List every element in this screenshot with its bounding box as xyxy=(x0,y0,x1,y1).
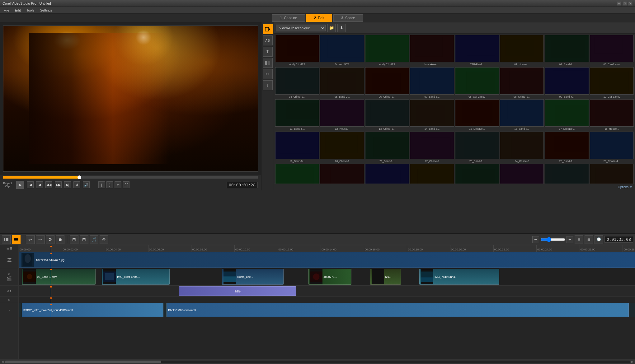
library-thumb-29[interactable]: 24_Chase-3 xyxy=(500,132,544,163)
lib-folder-btn[interactable]: 📁 xyxy=(327,24,336,32)
clip-video-4[interactable]: 4888771... xyxy=(308,269,352,285)
tl-fit-btn[interactable]: ⊟ xyxy=(575,235,583,244)
rewind-btn[interactable]: ◀◀ xyxy=(45,181,52,188)
library-thumb-5[interactable]: 01_House-... xyxy=(500,35,544,66)
library-thumb-19[interactable]: 14_Band-5... xyxy=(410,99,454,131)
library-thumb-8[interactable]: 04_Crime_s... xyxy=(275,67,319,99)
maximize-btn[interactable]: □ xyxy=(623,1,627,6)
sidebar-transition-icon[interactable] xyxy=(263,58,273,68)
library-thumb-36[interactable]: 31_Band-1... xyxy=(455,164,499,184)
library-thumb-7[interactable]: 03_Car-1.mov xyxy=(590,35,634,66)
library-thumb-1[interactable]: Screen.MTS xyxy=(320,35,364,66)
tl-storyboard-btn[interactable] xyxy=(2,235,11,244)
library-thumb-33[interactable]: 28_Chase-5 xyxy=(320,164,364,184)
library-thumb-6[interactable]: 02_Band-1... xyxy=(545,35,589,66)
library-thumb-22[interactable]: 17_DrugDe... xyxy=(545,99,589,131)
tl-zoom-out-btn[interactable]: − xyxy=(532,236,539,243)
overlay-track-mix-btn[interactable]: ⊕T xyxy=(7,290,12,293)
track-label-photo[interactable]: 🖼 xyxy=(0,252,18,268)
track-select-icon[interactable]: ⊞ xyxy=(7,247,9,250)
scroll-thumb[interactable] xyxy=(5,361,161,363)
tl-settings-btn[interactable]: ⚙ xyxy=(46,235,54,244)
tl-clock-btn[interactable]: 🕐 xyxy=(595,235,603,244)
library-thumb-26[interactable]: 21_Band-9... xyxy=(365,132,409,163)
video-track-mix-btn[interactable]: ⊕ xyxy=(8,273,11,276)
options-label[interactable]: Options ▼ xyxy=(618,185,633,189)
clip-video-3[interactable]: Boats_afte... xyxy=(222,269,284,285)
library-thumb-21[interactable]: 16_Band-7... xyxy=(500,99,544,131)
forward-btn[interactable]: ▶▶ xyxy=(55,181,62,188)
clip-photo[interactable]: 13722754-516x677.jpg xyxy=(19,252,635,268)
tl-ripple-btn[interactable]: ⊟ xyxy=(80,235,88,244)
menu-edit[interactable]: Edit xyxy=(12,8,23,13)
scroll-right-btn[interactable]: ▶ xyxy=(631,360,634,363)
sidebar-text-icon[interactable]: AB xyxy=(263,35,273,45)
tl-undo-btn[interactable]: ↩ xyxy=(26,235,35,244)
tl-record-btn[interactable]: ⏺ xyxy=(56,235,64,244)
timeline-ruler[interactable]: 00:00:00 00:00:02:00 00:00:04:00 00:00:0… xyxy=(19,245,635,252)
library-thumb-12[interactable]: 08_Car-2.mov xyxy=(455,67,499,99)
library-thumb-17[interactable]: 12_House... xyxy=(320,99,364,131)
tab-capture[interactable]: 1 Capture xyxy=(272,14,305,22)
library-thumb-31[interactable]: 26_Chase-4... xyxy=(590,132,634,163)
scroll-left-btn[interactable]: ◀ xyxy=(1,360,4,363)
playhead[interactable] xyxy=(51,245,51,252)
tl-audio-btn[interactable]: 🎵 xyxy=(90,235,98,244)
tab-edit[interactable]: 2 Edit xyxy=(306,14,332,22)
library-thumb-9[interactable]: 05_Band-2... xyxy=(320,67,364,99)
library-thumb-15[interactable]: 10_Car-3.mov xyxy=(590,67,634,99)
library-thumb-35[interactable]: 30_CopInB... xyxy=(410,164,454,184)
clip-audio-2[interactable]: PhotoRsRaVideo.mp3 xyxy=(167,303,629,317)
library-thumb-39[interactable]: 34_Cop_Gu... xyxy=(590,164,634,184)
play-button[interactable]: ▶ xyxy=(16,181,24,189)
track-label-overlay[interactable]: ⊕T xyxy=(0,286,18,297)
library-thumb-16[interactable]: 11_Band-5... xyxy=(275,99,319,131)
library-thumb-28[interactable]: 23_Band-1... xyxy=(455,132,499,163)
track-label-audio1[interactable]: ⊕ xyxy=(0,297,18,303)
menu-tools[interactable]: Tools xyxy=(24,8,37,13)
tl-zoom-slider[interactable] xyxy=(540,237,565,242)
tl-snap-btn[interactable]: ⊞ xyxy=(70,235,78,244)
volume-btn[interactable]: 🔊 xyxy=(83,181,90,188)
clip-video-2[interactable]: IMG_8394 Enha... xyxy=(102,269,170,285)
fullscreen-btn[interactable]: ⛶ xyxy=(123,181,129,188)
split-btn[interactable]: ✂ xyxy=(115,181,121,188)
prev-frame-btn[interactable]: ◀ xyxy=(36,181,43,188)
library-thumb-24[interactable]: 19_Band-8... xyxy=(275,132,319,163)
tab-share[interactable]: 3 Share xyxy=(333,14,363,22)
tl-redo-btn[interactable]: ↪ xyxy=(36,235,45,244)
menu-file[interactable]: File xyxy=(1,8,12,13)
library-thumb-14[interactable]: 09_Band-4... xyxy=(545,67,589,99)
lib-import-btn[interactable]: ⬇ xyxy=(337,24,346,32)
library-thumb-25[interactable]: 20_Chase-1 xyxy=(320,132,364,163)
library-thumb-30[interactable]: 25_Band-1... xyxy=(545,132,589,163)
library-thumb-0[interactable]: Andy 01.MTS xyxy=(275,35,319,66)
seekbar[interactable] xyxy=(3,176,258,179)
mark-in-btn[interactable]: [ xyxy=(98,181,105,188)
track-label-video[interactable]: ⊕ 🎬 xyxy=(0,268,18,286)
sidebar-fx-icon[interactable]: FX xyxy=(263,69,273,79)
seekbar-thumb[interactable] xyxy=(78,175,81,179)
tl-zoom-in-btn[interactable]: + xyxy=(567,236,573,243)
tl-adjust-btn[interactable]: ⊕ xyxy=(100,235,108,244)
library-thumb-18[interactable]: 13_Crime_s... xyxy=(365,99,409,131)
audio1-mute-btn[interactable]: ⊕ xyxy=(8,298,11,301)
library-thumb-13[interactable]: 08_Crime_s... xyxy=(500,67,544,99)
library-dropdown[interactable]: Video-ProTechnique xyxy=(276,25,326,31)
mark-out-btn[interactable]: ] xyxy=(106,181,113,188)
library-thumb-27[interactable]: 22_Chase-2 xyxy=(410,132,454,163)
clip-audio-1[interactable]: PSPX3_intro_lower3rd_soundMP3.mp3 xyxy=(22,303,163,317)
library-thumb-20[interactable]: 15_DrugDe... xyxy=(455,99,499,131)
library-thumb-10[interactable]: 06_Crime_s... xyxy=(365,67,409,99)
library-thumb-37[interactable]: 32_CopInB... xyxy=(500,164,544,184)
library-thumb-23[interactable]: 18_House... xyxy=(590,99,634,131)
track-label-audio2[interactable]: ♪ xyxy=(0,303,18,317)
clip-video-5[interactable]: I21... xyxy=(370,269,401,285)
track-list-icon[interactable]: ☰ xyxy=(10,247,12,250)
loop-btn[interactable]: ↺ xyxy=(73,181,80,188)
sidebar-music-icon[interactable]: ♪ xyxy=(263,80,273,90)
sidebar-video-icon[interactable] xyxy=(263,24,273,34)
sidebar-title-icon[interactable]: T xyxy=(263,47,273,57)
tl-view-btn[interactable]: ▦ xyxy=(585,235,593,244)
library-thumb-32[interactable]: 27_Band-1... xyxy=(275,164,319,184)
